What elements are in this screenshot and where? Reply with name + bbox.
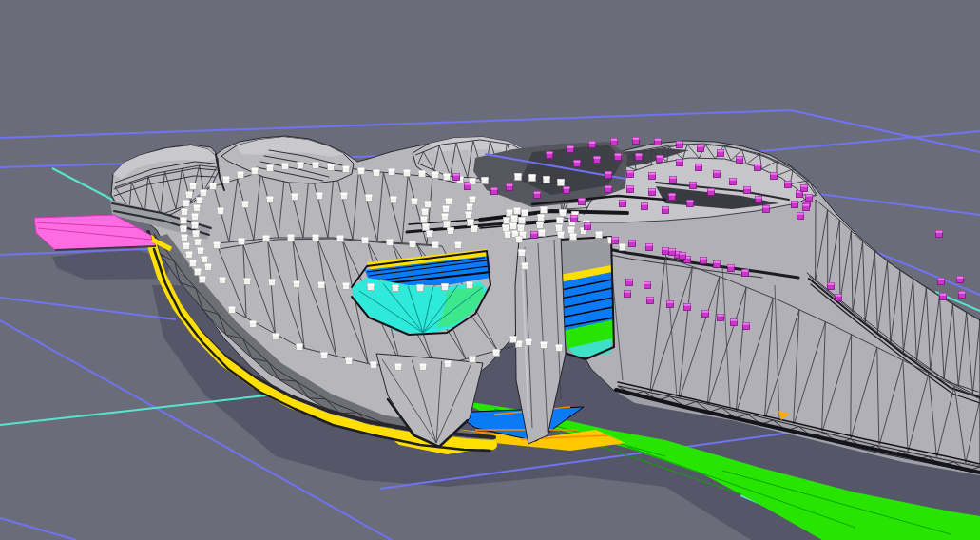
control-point-white-top-face[interactable] — [223, 177, 230, 179]
control-point-white-top-face[interactable] — [229, 307, 236, 309]
control-point-magenta-top-face[interactable] — [567, 146, 574, 148]
control-point-white-top-face[interactable] — [467, 204, 473, 206]
control-point-white-top-face[interactable] — [190, 183, 197, 185]
control-point-magenta-top-face[interactable] — [594, 157, 601, 159]
control-point-white-top-face[interactable] — [183, 201, 190, 202]
control-point-white-top-face[interactable] — [445, 361, 452, 363]
control-point-magenta-top-face[interactable] — [453, 174, 460, 176]
control-point-magenta-top-face[interactable] — [670, 177, 677, 179]
control-point-white-top-face[interactable] — [421, 217, 428, 219]
control-point-white-top-face[interactable] — [515, 174, 522, 176]
control-point-white-top-face[interactable] — [201, 190, 207, 192]
control-point-magenta-top-face[interactable] — [698, 145, 704, 147]
control-point-magenta-top-face[interactable] — [589, 142, 596, 144]
control-point-magenta-top-face[interactable] — [797, 213, 804, 215]
control-point-white-top-face[interactable] — [423, 224, 430, 226]
control-point-magenta-top-face[interactable] — [708, 189, 715, 191]
control-point-white-top-face[interactable] — [182, 209, 188, 211]
control-point-white-top-face[interactable] — [482, 178, 489, 180]
control-point-magenta-top-face[interactable] — [547, 152, 553, 154]
control-point-white-top-face[interactable] — [218, 208, 224, 210]
control-point-magenta-top-face[interactable] — [649, 173, 656, 175]
control-point-magenta-top-face[interactable] — [642, 203, 648, 205]
control-point-white-top-face[interactable] — [195, 240, 202, 241]
control-point-white-top-face[interactable] — [410, 241, 416, 243]
control-point-magenta-top-face[interactable] — [626, 280, 633, 281]
control-point-magenta-top-face[interactable] — [701, 258, 707, 260]
control-point-white-top-face[interactable] — [511, 216, 518, 218]
control-point-magenta-top-face[interactable] — [627, 186, 634, 188]
control-point-white-top-face[interactable] — [504, 218, 510, 220]
control-point-magenta-top-face[interactable] — [801, 185, 808, 187]
control-point-white-top-face[interactable] — [510, 223, 517, 225]
control-point-white-top-face[interactable] — [537, 222, 544, 224]
control-point-white-top-face[interactable] — [420, 364, 427, 366]
control-point-magenta-top-face[interactable] — [731, 319, 738, 321]
control-point-magenta-top-face[interactable] — [669, 194, 676, 196]
control-point-white-top-face[interactable] — [584, 221, 590, 222]
control-point-white-top-face[interactable] — [556, 345, 563, 347]
control-point-magenta-top-face[interactable] — [615, 154, 622, 156]
control-point-magenta-top-face[interactable] — [636, 154, 643, 156]
control-point-magenta-top-face[interactable] — [611, 139, 618, 141]
control-point-white-top-face[interactable] — [391, 197, 397, 199]
control-point-white-top-face[interactable] — [358, 168, 365, 170]
control-point-magenta-top-face[interactable] — [629, 241, 636, 242]
control-point-magenta-top-face[interactable] — [938, 279, 945, 280]
control-point-white-top-face[interactable] — [519, 218, 526, 220]
control-point-white-top-face[interactable] — [250, 321, 257, 323]
control-point-white-top-face[interactable] — [194, 205, 201, 207]
control-point-white-top-face[interactable] — [393, 285, 399, 287]
control-point-white-top-face[interactable] — [389, 169, 395, 171]
control-point-white-top-face[interactable] — [337, 236, 344, 238]
control-point-white-top-face[interactable] — [186, 252, 193, 254]
control-point-white-top-face[interactable] — [556, 225, 563, 227]
control-point-white-top-face[interactable] — [510, 337, 517, 338]
control-point-magenta-top-face[interactable] — [730, 179, 737, 181]
control-point-magenta-top-face[interactable] — [737, 157, 743, 159]
control-point-magenta-top-face[interactable] — [667, 301, 674, 303]
control-point-magenta-top-face[interactable] — [718, 315, 724, 317]
control-point-white-top-face[interactable] — [298, 163, 304, 164]
control-point-magenta-top-face[interactable] — [465, 183, 471, 185]
control-point-white-top-face[interactable] — [432, 242, 439, 244]
control-point-white-top-face[interactable] — [544, 177, 550, 179]
control-point-white-top-face[interactable] — [560, 210, 567, 212]
control-point-white-top-face[interactable] — [362, 238, 369, 240]
control-point-white-top-face[interactable] — [321, 353, 328, 355]
control-point-white-top-face[interactable] — [313, 163, 319, 164]
control-point-white-top-face[interactable] — [387, 240, 394, 241]
control-point-white-top-face[interactable] — [620, 244, 626, 246]
control-point-magenta-top-face[interactable] — [531, 232, 538, 234]
control-point-magenta-top-face[interactable] — [585, 223, 591, 225]
control-point-magenta-top-face[interactable] — [605, 186, 612, 188]
control-point-magenta-top-face[interactable] — [763, 206, 770, 208]
control-point-magenta-top-face[interactable] — [564, 187, 570, 189]
control-point-white-top-face[interactable] — [444, 174, 451, 176]
control-point-magenta-top-face[interactable] — [743, 323, 750, 325]
control-point-white-top-face[interactable] — [425, 202, 432, 203]
control-point-white-top-face[interactable] — [568, 227, 575, 229]
control-point-white-top-face[interactable] — [288, 235, 295, 237]
control-point-magenta-top-face[interactable] — [714, 261, 721, 263]
control-point-white-top-face[interactable] — [269, 280, 276, 281]
control-point-white-top-face[interactable] — [186, 192, 193, 194]
control-point-magenta-top-face[interactable] — [625, 291, 631, 293]
control-point-magenta-top-face[interactable] — [744, 187, 751, 189]
control-point-white-top-face[interactable] — [558, 180, 565, 182]
control-point-magenta-top-face[interactable] — [663, 248, 669, 250]
control-point-magenta-top-face[interactable] — [534, 192, 541, 194]
control-point-white-top-face[interactable] — [297, 344, 303, 346]
control-point-white-top-face[interactable] — [526, 339, 532, 341]
control-point-magenta-top-face[interactable] — [646, 244, 653, 246]
control-point-magenta-top-face[interactable] — [702, 311, 709, 313]
control-point-white-top-face[interactable] — [442, 284, 449, 286]
control-point-magenta-top-face[interactable] — [677, 142, 683, 144]
control-point-white-top-face[interactable] — [313, 235, 319, 237]
control-point-white-top-face[interactable] — [468, 220, 474, 222]
control-point-magenta-top-face[interactable] — [940, 294, 947, 296]
control-point-magenta-top-face[interactable] — [507, 184, 513, 186]
control-point-white-top-face[interactable] — [242, 202, 249, 203]
control-point-magenta-top-face[interactable] — [605, 172, 612, 174]
control-point-magenta-top-face[interactable] — [571, 216, 578, 218]
